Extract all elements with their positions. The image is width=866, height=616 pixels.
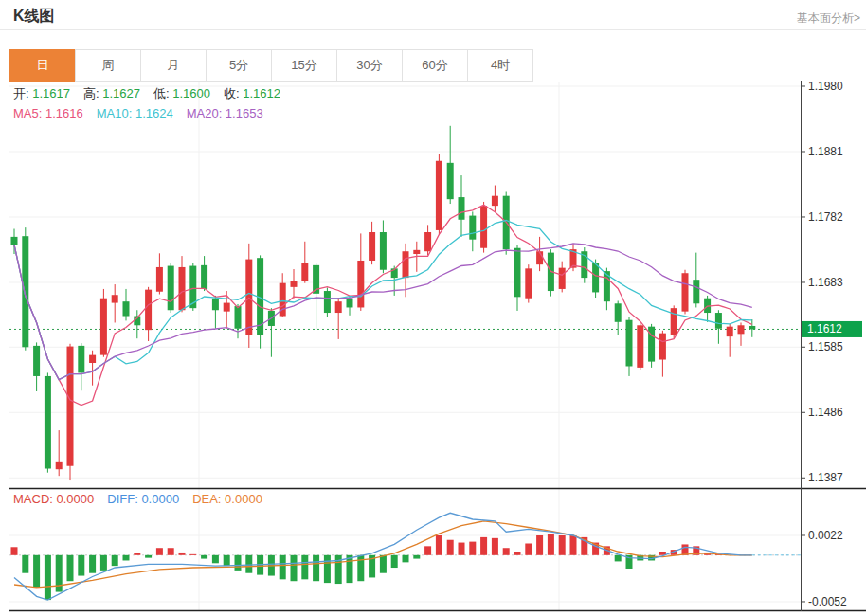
macd-bar <box>67 555 74 581</box>
macd-bar <box>347 555 353 583</box>
readout-value: 1.1624 <box>132 106 172 120</box>
macd-bar <box>189 554 196 555</box>
macd-bar <box>224 555 230 566</box>
macd-bar <box>179 553 186 555</box>
macd-bar <box>436 535 442 555</box>
tab-月[interactable]: 月 <box>140 49 207 82</box>
candle-body <box>335 301 342 313</box>
candle-body <box>45 376 51 469</box>
candle-body <box>145 290 152 331</box>
candle-body <box>436 161 442 230</box>
candle-body <box>514 248 521 298</box>
candle-body <box>693 280 699 303</box>
readout-value: 1.1627 <box>99 86 140 100</box>
price-axis-label: 1.1782 <box>808 210 843 224</box>
macd-axis-label: -0.0052 <box>808 595 847 608</box>
readout-value: 1.1653 <box>222 106 262 120</box>
macd-bar <box>357 555 364 581</box>
candle-body <box>123 301 130 316</box>
macd-bar <box>525 544 532 555</box>
readout-value: 1.1617 <box>29 86 70 100</box>
fundamental-analysis-link[interactable]: 基本面分析> <box>797 10 860 27</box>
candle-body <box>682 273 689 311</box>
macd-bar <box>45 555 51 600</box>
candle-body <box>78 346 84 373</box>
macd-bar <box>123 555 130 561</box>
candle-body <box>347 299 353 308</box>
candle-body <box>22 236 28 347</box>
readout-label: DIFF: <box>107 492 138 506</box>
tab-5分[interactable]: 5分 <box>206 49 272 82</box>
price-axis-label: 1.1683 <box>808 276 843 289</box>
ohlc-row-item: 开: 1.1617 <box>13 86 70 100</box>
macd-bar <box>380 555 387 573</box>
macd-bar <box>22 555 28 573</box>
candle-body <box>168 266 174 311</box>
candle-body <box>67 347 74 466</box>
macd-bar <box>301 555 308 580</box>
macd-bar <box>156 548 163 555</box>
candle-body <box>291 281 298 287</box>
macd-bar <box>313 555 319 581</box>
macd-bar <box>324 555 331 583</box>
tab-30分[interactable]: 30分 <box>336 49 403 82</box>
candle-body <box>447 163 454 199</box>
period-tabs: 日周月5分15分30分60分4时 <box>9 49 533 82</box>
macd-row-item: MACD: 0.0000 <box>13 492 94 506</box>
ma-row-item: MA5: 1.1616 <box>13 106 83 120</box>
titlebar: K线图 基本面分析> <box>0 0 866 30</box>
candle-body <box>112 295 118 302</box>
price-axis-label: 1.1881 <box>808 145 843 158</box>
macd-bar <box>112 555 118 566</box>
candle-body <box>235 306 242 329</box>
page-title: K线图 <box>13 7 55 27</box>
readout-label: MA20: <box>187 106 223 120</box>
candle-body <box>492 196 498 206</box>
readout-label: MA10: <box>97 106 133 120</box>
macd-bar <box>201 555 207 559</box>
dea-line <box>14 521 752 588</box>
tab-15分[interactable]: 15分 <box>271 49 337 82</box>
ohlc-row-item: 收: 1.1612 <box>224 86 280 100</box>
tab-60分[interactable]: 60分 <box>402 49 468 82</box>
macd-bar <box>492 538 498 555</box>
macd-bar <box>459 543 465 555</box>
ma-row-item: MA20: 1.1653 <box>187 106 263 120</box>
macd-bar <box>33 555 40 588</box>
macd-bar <box>291 555 298 581</box>
macd-bar <box>559 535 566 555</box>
macd-bar <box>280 555 286 580</box>
macd-bar <box>100 555 107 571</box>
candle-body <box>659 334 666 360</box>
macd-bar <box>134 553 140 555</box>
price-axis-label: 1.1486 <box>808 406 843 419</box>
tab-周[interactable]: 周 <box>75 49 141 82</box>
candle-body <box>201 265 207 289</box>
candle-body <box>56 462 63 469</box>
candle-body <box>525 268 532 298</box>
candle-body <box>727 327 733 336</box>
macd-bar <box>682 544 689 554</box>
macd-bar <box>447 540 454 555</box>
price-axis-label: 1.1585 <box>808 340 843 353</box>
last-price-badge-text: 1.1612 <box>807 322 842 335</box>
readout-label: 高: <box>83 86 99 100</box>
macd-bar <box>168 548 174 555</box>
candle-body <box>380 232 387 270</box>
ma-row-item: MA10: 1.1624 <box>97 106 173 120</box>
readout-value: 1.1600 <box>170 86 210 100</box>
macd-bar <box>469 542 476 555</box>
candle-body <box>424 232 431 251</box>
candle-body <box>559 268 566 289</box>
readout-value: 1.1612 <box>240 86 280 100</box>
tab-4时[interactable]: 4时 <box>467 49 533 82</box>
macd-bar <box>145 555 152 558</box>
macd-bar <box>536 535 543 555</box>
macd-bar <box>89 555 96 573</box>
macd-bar <box>424 546 431 554</box>
price-axis-label: 1.1387 <box>808 471 843 484</box>
tab-日[interactable]: 日 <box>9 49 76 82</box>
candle-body <box>637 325 643 368</box>
candle-body <box>403 251 409 278</box>
candle-body <box>469 216 476 240</box>
